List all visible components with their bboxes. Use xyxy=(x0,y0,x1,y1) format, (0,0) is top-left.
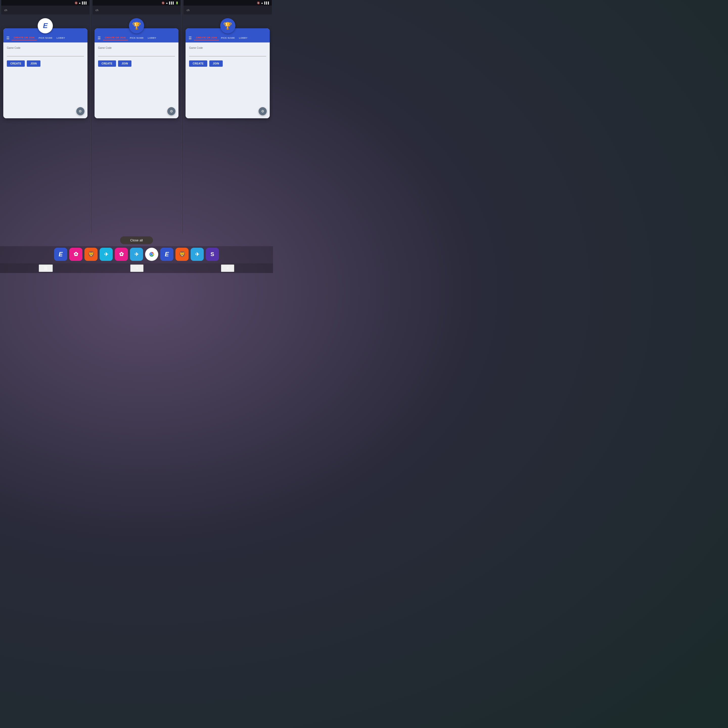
app-card-col3[interactable]: ☰ CREATE OR JOIN PICK NAME LOBBY Game Co… xyxy=(185,28,270,118)
dock-icon-flower1[interactable]: ✿ xyxy=(69,248,83,261)
settings-fab-col1[interactable]: ⚙ xyxy=(76,107,84,115)
dock-icon-telegram1[interactable]: ✈ xyxy=(130,248,143,261)
wreath-symbol-col3: 🏆 xyxy=(223,22,232,30)
svg-point-3 xyxy=(151,253,153,255)
phone-column-1: 🔇 ▲ ▌▌▌ ch E ☰ CREATE OR JOIN xyxy=(0,0,91,234)
mute-icon-col3: 🔇 xyxy=(257,2,260,4)
settings-icon-col3: ⚙ xyxy=(261,109,265,113)
settings-fab-col3[interactable]: ⚙ xyxy=(258,107,267,115)
game-code-label-col2: Game Code xyxy=(98,46,175,49)
bottom-bar: Close all xyxy=(0,234,273,246)
card-body-col1: Game Code CREATE JOIN ⚙ xyxy=(3,43,87,118)
nav-menu-button[interactable]: ||| xyxy=(39,265,53,272)
app-logo-col1: E xyxy=(38,18,53,34)
wifi-icon-col2: ▲ xyxy=(165,2,168,4)
search-area-col3: ch xyxy=(184,6,272,14)
app-dock: E ✿ 🦁 ✈ ✿ ✈ xyxy=(0,246,273,263)
tab-pick-name-col1[interactable]: PICK NAME xyxy=(37,36,55,40)
search-area-col2: ch xyxy=(93,6,181,14)
status-bar-col3: 🔇 ▲ ▌▌▌ xyxy=(184,0,272,6)
dock-icon-e2-label: E xyxy=(165,251,169,258)
game-code-input-col3[interactable] xyxy=(189,50,266,57)
hamburger-icon-col2[interactable]: ☰ xyxy=(98,36,101,40)
app-card-col2[interactable]: ☰ CREATE OR JOIN PICK NAME LOBBY Game Co… xyxy=(95,28,179,118)
tabs-row-col2: CREATE OR JOIN PICK NAME LOBBY xyxy=(103,35,159,40)
game-code-label-col3: Game Code xyxy=(189,46,266,49)
card-area-col2: 🏆 ☰ CREATE OR JOIN PICK NAME LOBBY Game … xyxy=(93,14,181,234)
card-body-col2: Game Code CREATE JOIN ⚙ xyxy=(95,43,179,118)
join-button-col1[interactable]: JOIN xyxy=(27,60,40,67)
phone-column-2: 🔇 ▲ ▌▌▌ 🔋 ch 🏆 ☰ CREATE OR xyxy=(91,0,182,234)
join-button-col2[interactable]: JOIN xyxy=(118,60,132,67)
dock-icon-telegram2-label: ✈ xyxy=(195,251,199,257)
buttons-row-col1: CREATE JOIN xyxy=(7,60,84,67)
wifi-icon-col1: ▲ xyxy=(79,2,81,4)
join-button-col3[interactable]: JOIN xyxy=(209,60,223,67)
mute-icon-col2: 🔇 xyxy=(162,2,165,4)
settings-icon-col2: ⚙ xyxy=(170,109,173,113)
tab-create-or-join-col1[interactable]: CREATE OR JOIN xyxy=(12,35,37,40)
dock-icon-flower1-label: ✿ xyxy=(73,251,78,258)
nav-home-button[interactable]: ○ xyxy=(130,265,144,272)
tab-lobby-col2[interactable]: LOBBY xyxy=(146,36,159,40)
status-bar-col1: 🔇 ▲ ▌▌▌ xyxy=(1,0,89,6)
app-icon-wrapper-col1: E xyxy=(38,18,53,34)
hamburger-icon-col1[interactable]: ☰ xyxy=(6,36,9,40)
search-text-col1: ch xyxy=(4,9,7,12)
search-text-col3: ch xyxy=(187,9,190,12)
hamburger-icon-col3[interactable]: ☰ xyxy=(188,36,192,40)
search-text-col2: ch xyxy=(96,9,99,12)
wreath-symbol-col2: 🏆 xyxy=(132,22,141,30)
tab-pick-name-col3[interactable]: PICK NAME xyxy=(219,36,237,40)
nav-back-button[interactable]: < xyxy=(221,265,234,272)
wifi-icon-col3: ▲ xyxy=(261,2,263,4)
signal-icon-col3: ▌▌▌ xyxy=(265,2,270,4)
create-button-col3[interactable]: CREATE xyxy=(189,60,207,67)
dock-icon-lion2-label: 🦁 xyxy=(179,251,185,258)
dock-icon-telegram1-label: ✈ xyxy=(135,251,139,257)
tabs-row-col3: CREATE OR JOIN PICK NAME LOBBY xyxy=(194,35,249,40)
buttons-row-col2: CREATE JOIN xyxy=(98,60,175,67)
dock-icon-flower2-label: ✿ xyxy=(119,251,124,258)
dock-icon-s[interactable]: S xyxy=(206,248,219,261)
dock-icon-lion2[interactable]: 🦁 xyxy=(176,248,188,261)
card-area-col3: 🏆 ☰ CREATE OR JOIN PICK NAME LOBBY Game … xyxy=(184,14,272,234)
dock-icon-bird1-label: ✈ xyxy=(104,251,109,257)
tab-create-or-join-col2[interactable]: CREATE OR JOIN xyxy=(103,35,128,40)
game-code-label-col1: Game Code xyxy=(7,46,84,49)
dock-icon-flower2[interactable]: ✿ xyxy=(115,248,128,261)
buttons-row-col3: CREATE JOIN xyxy=(189,60,266,67)
tab-lobby-col3[interactable]: LOBBY xyxy=(237,36,249,40)
signal-icon-col1: ▌▌▌ xyxy=(82,2,87,4)
game-code-input-col2[interactable] xyxy=(98,50,175,57)
dock-icon-lion1-label: 🦁 xyxy=(88,251,95,258)
dock-icon-e2[interactable]: E xyxy=(160,248,173,261)
dock-icon-telegram2[interactable]: ✈ xyxy=(191,248,204,261)
tab-create-or-join-col3[interactable]: CREATE OR JOIN xyxy=(194,35,219,40)
app-switcher-columns: 🔇 ▲ ▌▌▌ ch E ☰ CREATE OR JOIN xyxy=(0,0,273,234)
settings-fab-col2[interactable]: ⚙ xyxy=(167,107,176,115)
app-logo-col2: 🏆 xyxy=(129,18,144,34)
dock-icon-chrome[interactable] xyxy=(145,248,158,261)
create-button-col2[interactable]: CREATE xyxy=(98,60,116,67)
battery-icon-col2: 🔋 xyxy=(176,2,179,4)
phone-column-3: 🔇 ▲ ▌▌▌ ch 🏆 ☰ CREATE OR JOIN xyxy=(182,0,273,234)
app-logo-col3: 🏆 xyxy=(220,18,236,34)
create-button-col1[interactable]: CREATE xyxy=(7,60,25,67)
tab-lobby-col1[interactable]: LOBBY xyxy=(55,36,67,40)
dock-icon-bird1[interactable]: ✈ xyxy=(99,248,113,261)
close-all-button[interactable]: Close all xyxy=(120,236,153,244)
dock-icon-e1-label: E xyxy=(59,251,63,258)
search-area-col1: ch xyxy=(1,6,89,14)
dock-icon-lion1[interactable]: 🦁 xyxy=(84,248,98,261)
dock-icon-s-label: S xyxy=(211,251,214,258)
card-area-col1: E ☰ CREATE OR JOIN PICK NAME LOBBY Game … xyxy=(1,14,89,234)
tab-pick-name-col2[interactable]: PICK NAME xyxy=(128,36,146,40)
app-card-col1[interactable]: ☰ CREATE OR JOIN PICK NAME LOBBY Game Co… xyxy=(3,28,87,118)
status-bar-col2: 🔇 ▲ ▌▌▌ 🔋 xyxy=(93,0,181,6)
dock-icon-e1[interactable]: E xyxy=(54,248,67,261)
app-icon-wrapper-col2: 🏆 xyxy=(129,18,144,34)
tabs-row-col1: CREATE OR JOIN PICK NAME LOBBY xyxy=(12,35,67,40)
game-code-input-col1[interactable] xyxy=(7,50,84,57)
signal-icon-col2: ▌▌▌ xyxy=(169,2,174,4)
